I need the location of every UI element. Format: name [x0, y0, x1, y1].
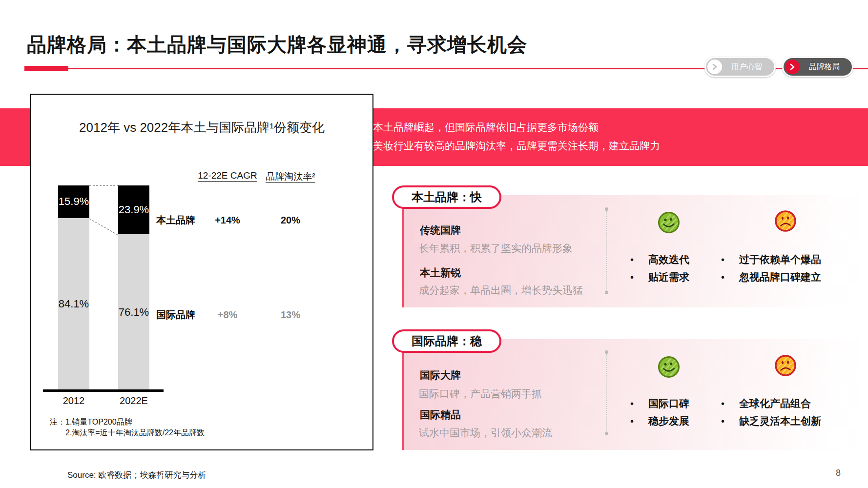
item-title: 国际精品 [420, 408, 461, 422]
nav-pill-label: 用户心智 [722, 62, 774, 72]
sad-face-icon [774, 354, 797, 377]
bullet-icon: • [721, 398, 739, 409]
bullet-icon: • [630, 416, 648, 427]
happy-face-icon [657, 211, 681, 234]
page-title: 品牌格局：本土品牌与国际大牌各显神通，寻求增长机会 [27, 31, 527, 58]
chevron-right-icon [707, 60, 722, 74]
nav-pill-brand-landscape[interactable]: 品牌格局 [782, 57, 853, 77]
bullet-icon: • [630, 398, 648, 409]
x-tick-2022e: 2022E [120, 395, 148, 407]
chevron-right-icon [785, 60, 800, 74]
bullet-icon: • [630, 272, 648, 283]
bar-segment-international: 84.1% [58, 218, 89, 390]
pro-bullet: • 稳步发展 [630, 416, 689, 427]
stacked-bar-2012: 15.9% 84.1% [58, 185, 89, 390]
section-pill-international: 国际品牌：稳 [392, 329, 501, 353]
bar-segment-international: 76.1% [118, 234, 149, 390]
banner-bullet: • 美妆行业有较高的品牌淘汰率，品牌更需关注长期，建立品牌力 [363, 140, 868, 152]
sad-face-icon [774, 209, 797, 233]
x-axis [43, 389, 164, 392]
slide: 品牌格局：本土品牌与国际大牌各显神通，寻求增长机会 用户心智 品牌格局 • 本土… [0, 0, 868, 488]
con-bullet: • 全球化产品组合 [721, 398, 811, 409]
x-tick-2012: 2012 [63, 395, 85, 407]
item-title: 本土新锐 [420, 266, 461, 280]
nav-pill-user-mind[interactable]: 用户心智 [704, 57, 776, 77]
item-desc: 试水中国市场，引领小众潮流 [419, 426, 552, 440]
con-bullet: • 忽视品牌口碑建立 [721, 272, 821, 283]
dotted-divider [605, 350, 608, 435]
item-desc: 国际口碑，产品营销两手抓 [419, 387, 542, 401]
bullet-icon: • [721, 254, 739, 265]
title-rule-accent [24, 66, 68, 71]
bullet-icon: • [630, 254, 648, 265]
source-note: Source: 欧睿数据；埃森哲研究与分析 [67, 469, 206, 481]
pro-bullet: • 国际口碑 [630, 398, 689, 409]
pro-bullet: • 高效迭代 [630, 254, 689, 265]
bullet-icon: • [721, 272, 739, 283]
share-change-chart: 2012年 vs 2022年本土与国际品牌¹份额变化 12-22E CAGR 品… [30, 94, 373, 450]
column-header-churn: 品牌淘汰率² [266, 170, 315, 183]
stacked-bar-2022e: 23.9% 76.1% [118, 185, 149, 390]
bullet-icon: • [721, 416, 739, 427]
footnote-2: 2.淘汰率=近十年淘汰品牌数/22年品牌数 [65, 427, 205, 438]
banner-bullet: • 本土品牌崛起，但国际品牌依旧占据更多市场份额 [363, 121, 868, 134]
column-header-cagr: 12-22E CAGR [198, 170, 257, 181]
dotted-divider [605, 207, 608, 294]
footnote-1: 1.销量TOP200品牌 [65, 417, 205, 427]
nav-pill-label: 品牌格局 [800, 62, 852, 72]
con-bullet: • 过于依赖单个爆品 [721, 254, 821, 265]
item-title: 国际大牌 [420, 368, 461, 382]
happy-face-icon [657, 355, 681, 379]
item-title: 传统国牌 [420, 224, 461, 237]
bar-segment-local: 23.9% [118, 185, 149, 234]
section-pill-local: 本土品牌：快 [392, 185, 501, 209]
item-desc: 长年累积，积累了坚实的品牌形象 [419, 242, 573, 255]
item-desc: 成分起家，单品出圈，增长势头迅猛 [419, 284, 583, 297]
pro-bullet: • 贴近需求 [630, 272, 689, 283]
chart-title: 2012年 vs 2022年本土与国际品牌¹份额变化 [31, 119, 372, 136]
bar-segment-local: 15.9% [58, 185, 89, 218]
page-number: 8 [836, 468, 841, 478]
con-bullet: • 缺乏灵活本土创新 [721, 416, 821, 427]
chart-footnotes: 注： 1.销量TOP200品牌 2.淘汰率=近十年淘汰品牌数/22年品牌数 [50, 417, 205, 438]
